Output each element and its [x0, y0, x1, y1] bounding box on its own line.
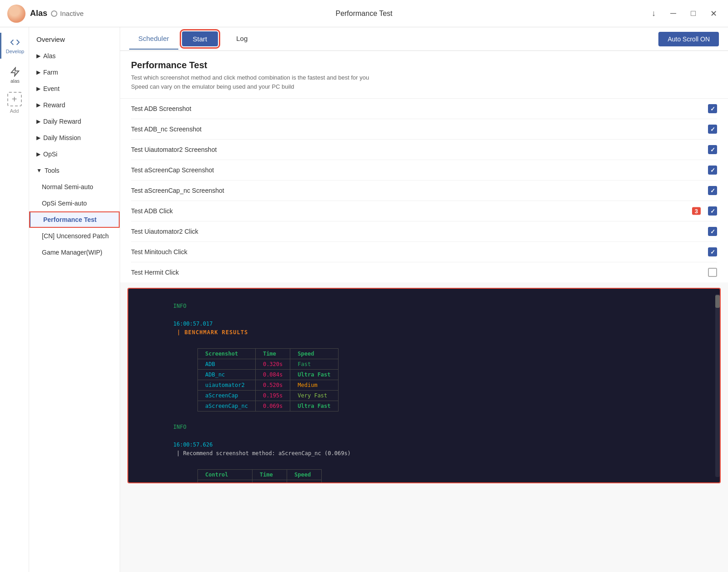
content-area: Scheduler Start Log Auto Scroll ON Perfo… — [120, 27, 728, 572]
col-time-s: Time — [255, 349, 290, 359]
checkbox-8[interactable] — [708, 268, 717, 277]
col-speed-c: Speed — [287, 470, 322, 480]
add-button[interactable]: + — [7, 92, 22, 106]
screenshot-table-wrapper: Screenshot Time Speed ADB 0.320s Fast — [170, 348, 714, 411]
nav-sidebar: Overview ▶ Alas ▶ Farm ▶ Event ▶ Reward … — [29, 27, 120, 572]
develop-label: Develop — [6, 49, 24, 54]
arrow-icon: ▶ — [36, 69, 40, 75]
checkbox-6[interactable]: ✓ — [708, 227, 717, 236]
nav-normal-semi-auto[interactable]: Normal Semi-auto — [29, 179, 120, 195]
test-row-7: Test Minitouch Click ✓ — [131, 242, 717, 262]
screenshot-table: Screenshot Time Speed ADB 0.320s Fast — [197, 348, 339, 411]
nav-daily-mission[interactable]: ▶ Daily Mission — [29, 130, 120, 146]
status-text: Inactive — [60, 10, 84, 17]
perf-desc-2: Speed can vary on the emulator being use… — [131, 82, 717, 91]
sidebar-icon-develop[interactable]: Develop — [0, 33, 29, 59]
nav-game-manager[interactable]: Game Manager(WIP) — [29, 244, 120, 261]
maximize-btn[interactable]: □ — [687, 7, 699, 20]
test-label-7: Test Minitouch Click — [131, 248, 187, 256]
arrow-icon: ▶ — [36, 151, 40, 157]
log-line-recommend-screenshot: INFO 16:00:57.626 | Recommend screenshot… — [134, 414, 714, 467]
sidebar-icon-alas[interactable]: alas — [0, 62, 29, 88]
add-label: Add — [10, 108, 19, 114]
test-row-0: Test ADB Screenshot ✓ — [131, 99, 717, 119]
perf-desc-1: Test which screenshot method and click m… — [131, 73, 717, 82]
main-layout: Develop alas + Add Overview ▶ Alas ▶ Far… — [0, 27, 728, 572]
checkbox-2[interactable]: ✓ — [708, 145, 717, 154]
test-label-2: Test Uiautomator2 Screenshot — [131, 146, 217, 153]
minimize-btn[interactable]: ─ — [667, 7, 680, 20]
perf-title: Performance Test — [131, 60, 717, 70]
status-indicator — [51, 10, 57, 17]
log-section[interactable]: INFO 16:00:57.017 | BENCHMARK RESULTS Sc… — [127, 288, 721, 483]
test-label-8: Test Hermit Click — [131, 269, 179, 276]
col-screenshot: Screenshot — [198, 349, 256, 359]
table-row: ADB 0.320s Fast — [198, 359, 339, 370]
annotation-3: 3 — [692, 207, 701, 215]
table-row: aScreenCap 0.195s Very Fast — [198, 391, 339, 401]
checkbox-7[interactable]: ✓ — [708, 247, 717, 256]
arrow-icon: ▶ — [36, 85, 40, 92]
control-table-wrapper: Control Time Speed ADB 0.253s Slow — [170, 469, 714, 483]
log-line-benchmark-header: INFO 16:00:57.017 | BENCHMARK RESULTS — [134, 293, 714, 346]
table-row: ADB 0.253s Slow — [198, 480, 322, 483]
test-label-1: Test ADB_nc Screenshot — [131, 125, 202, 133]
nav-performance-test[interactable]: Performance Test — [29, 211, 120, 228]
test-row-1: Test ADB_nc Screenshot ✓ — [131, 119, 717, 140]
test-row-6: Test Uiautomator2 Click ✓ — [131, 221, 717, 242]
table-row: aScreenCap_nc 0.069s Ultra Fast — [198, 401, 339, 411]
tab-log[interactable]: Log — [227, 28, 257, 50]
checkbox-5[interactable]: ✓ — [708, 206, 717, 216]
test-row-2: Test Uiautomator2 Screenshot ✓ — [131, 140, 717, 160]
arrow-icon: ▶ — [36, 118, 40, 125]
checkbox-4[interactable]: ✓ — [708, 186, 717, 195]
nav-opsi-semi-auto[interactable]: OpSi Semi-auto — [29, 195, 120, 211]
icon-sidebar: Develop alas + Add — [0, 27, 29, 572]
dropdown-btn[interactable]: ↓ — [648, 7, 659, 20]
app-name: Alas — [30, 9, 47, 18]
window-title: Performance Test — [335, 10, 392, 18]
avatar — [7, 5, 25, 23]
arrow-icon: ▶ — [36, 135, 40, 141]
perf-section: Performance Test Test which screenshot m… — [120, 51, 728, 99]
nav-event[interactable]: ▶ Event — [29, 80, 120, 97]
test-label-5: Test ADB Click — [131, 207, 173, 215]
log-scrollbar-thumb[interactable] — [715, 295, 720, 308]
tab-scheduler[interactable]: Scheduler — [129, 28, 178, 50]
window-controls: ↓ ─ □ ✕ — [648, 7, 721, 20]
auto-scroll-button[interactable]: Auto Scroll ON — [658, 32, 719, 46]
nav-reward[interactable]: ▶ Reward — [29, 97, 120, 113]
test-row-4: Test aScreenCap_nc Screenshot ✓ — [131, 181, 717, 201]
test-label-0: Test ADB Screenshot — [131, 105, 191, 112]
nav-opsi[interactable]: ▶ OpSi — [29, 146, 120, 162]
nav-daily-reward[interactable]: ▶ Daily Reward — [29, 113, 120, 130]
table-row: ADB_nc 0.084s Ultra Fast — [198, 370, 339, 380]
test-label-6: Test Uiautomator2 Click — [131, 228, 198, 235]
content-scroll[interactable]: Performance Test Test which screenshot m… — [120, 51, 728, 572]
alas-label: alas — [10, 78, 20, 84]
nav-farm[interactable]: ▶ Farm — [29, 64, 120, 80]
close-btn[interactable]: ✕ — [707, 7, 721, 20]
arrow-icon: ▶ — [36, 102, 40, 108]
nav-alas[interactable]: ▶ Alas — [29, 48, 120, 64]
nav-tools[interactable]: ▼ Tools — [29, 162, 120, 179]
test-row-8: Test Hermit Click — [131, 262, 717, 282]
col-control: Control — [198, 470, 253, 480]
log-wrapper: INFO 16:00:57.017 | BENCHMARK RESULTS Sc… — [120, 288, 728, 483]
arrow-icon: ▶ — [36, 53, 40, 59]
start-button[interactable]: Start — [182, 31, 218, 46]
test-label-3: Test aScreenCap Screenshot — [131, 166, 214, 174]
nav-overview[interactable]: Overview — [29, 31, 120, 48]
arrow-down-icon: ▼ — [36, 167, 42, 174]
checkbox-1[interactable]: ✓ — [708, 125, 717, 134]
col-speed-s: Speed — [290, 349, 338, 359]
log-scrollbar[interactable] — [715, 294, 720, 477]
test-row-5: Test ADB Click 3 ✓ — [131, 201, 717, 221]
checkbox-3[interactable]: ✓ — [708, 166, 717, 175]
table-row: uiautomator2 0.520s Medium — [198, 380, 339, 391]
svg-marker-0 — [11, 68, 19, 76]
nav-cn-uncensored[interactable]: [CN] Uncensored Patch — [29, 228, 120, 244]
control-table: Control Time Speed ADB 0.253s Slow — [197, 469, 322, 483]
title-bar: Alas Inactive Performance Test ↓ ─ □ ✕ — [0, 0, 728, 27]
checkbox-0[interactable]: ✓ — [708, 104, 717, 113]
